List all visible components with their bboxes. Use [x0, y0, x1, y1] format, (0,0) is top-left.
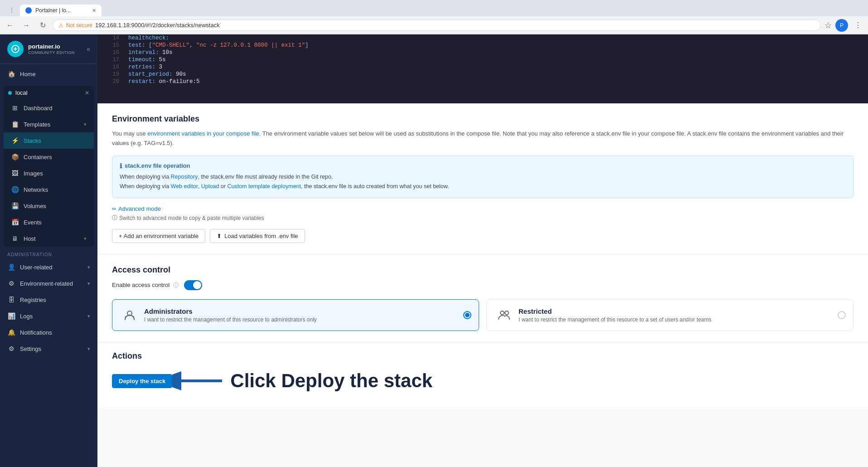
line-number: 18	[105, 64, 119, 70]
mode-hint: ⓘ Switch to advanced mode to copy & past…	[112, 214, 853, 222]
sidebar-item-home[interactable]: 🏠 Home	[0, 66, 97, 82]
refresh-btn[interactable]: ↻	[36, 19, 49, 32]
volumes-icon: 💾	[11, 202, 19, 210]
sidebar-item-templates[interactable]: 📋 Templates ▾	[4, 116, 94, 132]
admin-section-label: Administration	[0, 248, 97, 259]
sidebar-collapse-btn[interactable]: «	[87, 45, 90, 53]
env-variables-section: Environment variables You may use enviro…	[97, 103, 868, 254]
dashboard-icon: ⊞	[11, 104, 19, 112]
sidebar-item-volumes[interactable]: 💾 Volumes	[4, 198, 94, 214]
menu-btn[interactable]: ⋮	[852, 19, 864, 32]
logo-text-block: portainer.io COMMUNITY EDITION	[28, 43, 75, 55]
upload-link[interactable]: Upload	[201, 183, 219, 190]
info-line-2: When deploying via Web editor, Upload or…	[120, 182, 846, 191]
sidebar-item-events[interactable]: 📅 Events	[4, 214, 94, 230]
env-close-btn[interactable]: ✕	[85, 90, 89, 96]
stack-env-info-box: ℹ stack.env file operation When deployin…	[112, 156, 853, 199]
portainer-logo-icon	[7, 41, 24, 57]
volumes-label: Volumes	[24, 203, 46, 209]
line-content: test: ["CMD-SHELL", "nc -z 127.0.0.1 808…	[128, 42, 309, 49]
active-tab[interactable]: Portainer | lo... ✕	[20, 5, 102, 16]
templates-icon: 📋	[11, 120, 19, 128]
info-circle-icon: ℹ	[120, 162, 122, 170]
browser-chrome: ⋮ Portainer | lo... ✕ ← → ↻ ⚠ Not secure…	[0, 0, 868, 34]
load-env-file-btn[interactable]: ⬆ Load variables from .env file	[210, 229, 305, 243]
stacks-label: Stacks	[24, 137, 41, 144]
line-content: timeout: 5s	[128, 57, 166, 63]
profile-btn[interactable]: P	[835, 19, 848, 32]
images-icon: 🖼	[11, 169, 19, 177]
line-content: restart: on-failure:5	[128, 78, 200, 85]
forward-btn[interactable]: →	[20, 19, 33, 32]
edit-icon: ✏	[112, 206, 116, 212]
info-line-1: When deploying via Repository, the stack…	[120, 172, 846, 182]
actions-section: Actions Deploy the stack Click Deploy th…	[97, 342, 868, 407]
restricted-card-desc: I want to restrict the management of thi…	[519, 316, 712, 323]
sidebar-item-containers[interactable]: 📦 Containers	[4, 149, 94, 165]
settings-icon: ⚙	[7, 345, 15, 353]
sidebar-item-networks[interactable]: 🌐 Networks	[4, 181, 94, 198]
user-related-arrow-icon: ▾	[87, 264, 90, 270]
notifications-icon: 🔔	[7, 328, 15, 336]
advanced-mode-link[interactable]: ✏ Advanced mode	[112, 205, 161, 212]
info-box-title: ℹ stack.env file operation	[120, 162, 846, 170]
settings-arrow-icon: ▾	[87, 346, 90, 352]
access-control-title: Access control	[112, 265, 853, 275]
events-label: Events	[24, 219, 42, 226]
svg-marker-7	[175, 376, 184, 385]
line-number: 16	[105, 49, 119, 56]
tab-favicon	[25, 7, 32, 14]
env-compose-link[interactable]: environment variables in your compose fi…	[147, 130, 259, 137]
add-env-variable-btn[interactable]: + Add an environment variable	[112, 229, 205, 243]
logo-sub: COMMUNITY EDITION	[28, 50, 75, 55]
sidebar-item-logs[interactable]: 📊 Logs ▾	[0, 308, 97, 324]
env-action-buttons: + Add an environment variable ⬆ Load var…	[112, 229, 853, 243]
sidebar-item-dashboard[interactable]: ⊞ Dashboard	[4, 100, 94, 116]
sidebar-item-images[interactable]: 🖼 Images	[4, 165, 94, 181]
sidebar-item-host[interactable]: 🖥 Host ▾	[4, 230, 94, 247]
containers-label: Containers	[24, 154, 52, 161]
admin-section: Administration 👤 User-related ▾ ⚙ Enviro…	[0, 248, 97, 357]
tab-close-btn[interactable]: ✕	[92, 8, 96, 14]
info-small-icon: ⓘ	[112, 214, 117, 222]
access-control-toggle[interactable]	[184, 280, 202, 290]
admin-card-desc: I want to restrict the management of thi…	[144, 316, 317, 323]
code-editor-space	[97, 85, 868, 103]
home-icon: 🏠	[7, 70, 15, 78]
env-section: local ✕ ⊞ Dashboard 📋 Templates ▾ ⚡ Stac…	[4, 86, 94, 247]
notifications-label: Notifications	[20, 329, 52, 336]
annotation-arrow-svg	[172, 367, 227, 394]
sidebar-main-nav: 🏠 Home	[0, 64, 97, 84]
admin-card-radio[interactable]	[463, 311, 471, 319]
back-btn[interactable]: ←	[4, 19, 16, 32]
line-number: 19	[105, 71, 119, 78]
repository-link[interactable]: Repository	[171, 174, 198, 180]
administrators-card[interactable]: Administrators I want to restrict the ma…	[112, 299, 479, 331]
enable-access-label: Enable access control ⓘ	[112, 282, 179, 289]
web-editor-link[interactable]: Web editor	[171, 183, 198, 190]
admin-card-icon	[121, 307, 138, 323]
tab-list-btn[interactable]: ⋮	[5, 4, 18, 16]
sidebar-item-env-related[interactable]: ⚙ Environment-related ▾	[0, 275, 97, 292]
sidebar-item-registries[interactable]: 🗄 Registries	[0, 292, 97, 308]
code-line-18: 18 retries: 3	[97, 63, 868, 71]
deploy-stack-btn[interactable]: Deploy the stack	[112, 374, 172, 388]
sidebar-item-stacks[interactable]: ⚡ Stacks	[4, 132, 94, 149]
env-related-label: Environment-related	[20, 280, 73, 287]
host-icon: 🖥	[11, 234, 19, 243]
bookmark-btn[interactable]: ☆	[824, 20, 832, 30]
access-toggle-row: Enable access control ⓘ	[112, 280, 853, 290]
custom-template-link[interactable]: Custom template deployment	[227, 183, 301, 190]
address-bar[interactable]: ⚠ Not secure 192.168.1.18:9000/#!/2/dock…	[53, 19, 821, 31]
sidebar-item-notifications[interactable]: 🔔 Notifications	[0, 324, 97, 341]
restricted-card-radio[interactable]	[838, 311, 846, 319]
restricted-card[interactable]: Restricted I want to restrict the manage…	[486, 299, 853, 331]
annotation-text: Click Deploy the stack	[230, 370, 432, 392]
app: portainer.io COMMUNITY EDITION « 🏠 Home …	[0, 34, 868, 467]
toggle-knob	[193, 281, 201, 289]
sidebar-item-user-related[interactable]: 👤 User-related ▾	[0, 259, 97, 275]
code-line-14: 14 healthcheck:	[97, 34, 868, 42]
home-label: Home	[20, 71, 36, 78]
line-content: interval: 10s	[128, 49, 173, 56]
sidebar-item-settings[interactable]: ⚙ Settings ▾	[0, 341, 97, 357]
